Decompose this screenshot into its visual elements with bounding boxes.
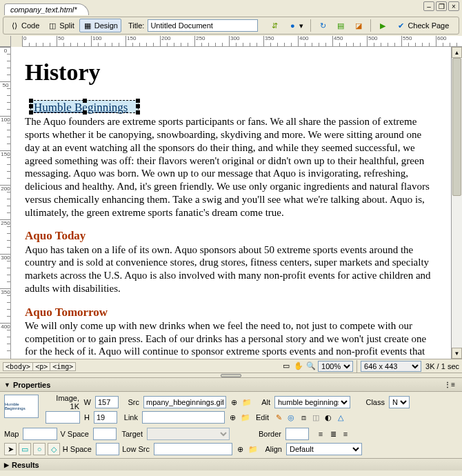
width-input[interactable] (95, 396, 119, 408)
code-view-button[interactable]: ⟨⟩Code (6, 19, 43, 32)
window-size-select[interactable]: 646 x 443 (361, 361, 421, 372)
poly-hotspot-tool[interactable]: ◇ (48, 443, 60, 455)
file-tab[interactable]: company_text.html* (4, 3, 89, 15)
edit-label: Edit (253, 413, 271, 422)
hand-tool-icon[interactable]: ✋ (293, 361, 304, 372)
check-page-icon: ✔ (396, 21, 405, 30)
map-input[interactable] (23, 428, 57, 440)
tag-body[interactable]: <body> (3, 362, 33, 371)
link-label: Link (119, 413, 140, 422)
results-title: Results (12, 461, 39, 469)
resample-icon[interactable]: ◫ (310, 412, 321, 423)
scroll-down-button[interactable]: ▼ (452, 348, 462, 359)
border-label: Border (257, 430, 283, 438)
link-input[interactable] (142, 411, 225, 424)
align-left-icon[interactable]: ≡ (315, 428, 326, 439)
status-bar: <body><p><img> ▭ ✋ 🔍 100% 646 x 443 3K /… (0, 359, 462, 373)
scroll-up-button[interactable]: ▲ (452, 47, 462, 58)
height-input[interactable] (94, 411, 117, 424)
properties-title: Properties (13, 381, 50, 389)
alt-label: Alt (254, 398, 272, 406)
refresh-icon: ↻ (318, 21, 328, 30)
selected-image-text: Humble Beginnings (31, 101, 130, 114)
lowsrc-point-to-file-icon[interactable]: ⊕ (234, 444, 245, 455)
minimize-button[interactable]: – (423, 1, 434, 11)
paragraph-today: Aquo has taken on a life of its own. Aqu… (25, 244, 437, 295)
link-point-to-file-icon[interactable]: ⊕ (227, 412, 238, 423)
hspace-input[interactable] (96, 443, 119, 455)
alt-select[interactable]: humble beginnings (274, 396, 350, 408)
vertical-scrollbar[interactable]: ▲ ▼ (451, 47, 462, 359)
align-center-icon[interactable]: ≣ (328, 428, 339, 439)
panel-splitter[interactable] (0, 373, 462, 378)
crop-icon[interactable]: ⧈ (298, 412, 309, 423)
panel-menu-icon[interactable]: ⋮≡ (441, 381, 458, 388)
border-input[interactable] (285, 428, 309, 440)
upload-icon: ⇵ (270, 21, 279, 30)
preview-globe-button[interactable]: ●▾ (284, 19, 307, 32)
map-label: Map (4, 430, 21, 438)
title-label: Title: (128, 21, 146, 30)
pointer-tool-icon[interactable]: ▭ (281, 361, 292, 372)
code-label: Code (21, 21, 39, 30)
results-header[interactable]: ▶ Results (0, 458, 462, 470)
oval-hotspot-tool[interactable]: ○ (33, 443, 46, 455)
rect-hotspot-tool[interactable]: ▭ (19, 443, 31, 455)
align-right-icon[interactable]: ≡ (340, 428, 351, 439)
design-canvas[interactable]: History Humble Beginnings The Aquo found… (11, 47, 451, 359)
properties-header[interactable]: ▼ Properties ⋮≡ (0, 378, 462, 392)
restore-button[interactable]: ❐ (436, 1, 447, 11)
split-view-button[interactable]: ◫Split (44, 19, 77, 32)
refresh-button[interactable]: ↻ (314, 19, 331, 32)
title-input[interactable] (148, 19, 258, 32)
split-icon: ◫ (48, 21, 57, 30)
vspace-label: V Space (59, 430, 91, 438)
validate-icon: ▶ (378, 21, 388, 30)
w-label: W (83, 398, 93, 406)
check-page-button[interactable]: ✔Check Page (392, 19, 452, 32)
zoom-tool-icon[interactable]: 🔍 (305, 361, 317, 372)
src-label: Src (121, 398, 141, 406)
view-options-button[interactable]: ▤ (332, 19, 349, 32)
visual-aids-button[interactable]: ◪ (350, 19, 367, 32)
target-select (147, 428, 230, 440)
pencil-edit-icon[interactable]: ✎ (273, 412, 284, 423)
class-label: Class (362, 398, 387, 406)
vspace-input[interactable] (93, 428, 117, 440)
src-point-to-file-icon[interactable]: ⊕ (228, 397, 239, 408)
image-thumbnail[interactable]: Humble Beginnings (4, 395, 39, 418)
tag-p[interactable]: <p> (32, 362, 50, 371)
sharpen-icon[interactable]: △ (335, 412, 346, 423)
tag-img[interactable]: <img> (50, 362, 76, 371)
brightness-icon[interactable]: ◐ (323, 412, 334, 423)
close-button[interactable]: × (448, 1, 459, 11)
tab-bar: company_text.html* – ❐ × (0, 0, 462, 15)
vertical-ruler: 050100150200250300350400 (0, 47, 11, 359)
properties-panel: Humble Beginnings Image, 1K W Src ⊕ 📁 Al… (0, 392, 462, 458)
lowsrc-browse-icon[interactable]: 📁 (248, 444, 259, 455)
zoom-select[interactable]: 100% (318, 361, 353, 372)
design-view-button[interactable]: ▦Design (79, 19, 121, 32)
validate-button[interactable]: ▶ (374, 19, 391, 32)
selected-image[interactable]: Humble Beginnings (30, 100, 139, 113)
target-label: Target (119, 430, 145, 438)
src-browse-icon[interactable]: 📁 (241, 397, 252, 408)
hspace-label: H Space (62, 445, 94, 453)
view-options-icon: ▤ (336, 21, 345, 30)
expand-arrow-icon: ▶ (4, 462, 9, 468)
src-input[interactable] (143, 396, 226, 408)
scroll-thumb[interactable] (452, 58, 461, 196)
align-select[interactable]: Default (286, 443, 362, 455)
page-heading: History (25, 58, 437, 88)
code-icon: ⟨⟩ (10, 21, 19, 30)
link-browse-icon[interactable]: 📁 (240, 412, 251, 423)
pointer-hotspot-tool[interactable]: ➤ (4, 443, 17, 455)
design-label: Design (94, 21, 118, 30)
lowsrc-input[interactable] (154, 443, 232, 455)
class-select[interactable]: Non (389, 396, 410, 408)
ruler-corner (0, 36, 11, 47)
image-name-input[interactable] (46, 411, 80, 424)
optimize-icon[interactable]: ◎ (285, 412, 297, 423)
upload-button[interactable]: ⇵ (266, 19, 283, 32)
split-label: Split (59, 21, 74, 30)
